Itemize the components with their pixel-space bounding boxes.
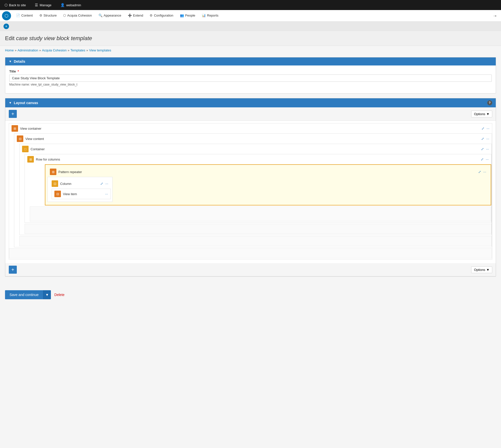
view-item-header: ⊟ View item ··· — [52, 189, 111, 199]
nav-content[interactable]: 📄 Content — [13, 10, 36, 21]
row-empty-area — [30, 206, 491, 221]
column-header: ⊡ Column ⤢ ··· — [49, 179, 111, 189]
pattern-repeater-more-icon[interactable]: ··· — [483, 170, 486, 174]
view-content-label: View content — [25, 137, 479, 141]
site-logo[interactable]: ⬡ — [2, 11, 11, 20]
canvas-bottom-toolbar: + Options ▼ — [5, 263, 496, 276]
extend-icon: ➕ — [128, 14, 132, 17]
back-icon: ⬡ — [5, 3, 8, 7]
people-icon: 👥 — [180, 14, 184, 17]
menu-icon: ☰ — [35, 3, 38, 7]
view-container-label: View container — [20, 127, 479, 130]
save-continue-button[interactable]: Save and continue — [5, 290, 43, 299]
canvas-add-bottom-button[interactable]: + — [9, 266, 17, 274]
view-item-icon: ⊟ — [54, 191, 61, 197]
nav-reports[interactable]: 📊 Reports — [199, 10, 222, 21]
canvas-help-icon[interactable]: ? — [487, 100, 492, 105]
canvas-options-button[interactable]: Options ▼ — [471, 111, 492, 117]
pattern-repeater-actions: ⤢ ··· — [478, 170, 486, 174]
view-content-header: ⊟ View content ⤢ ··· — [14, 134, 492, 144]
container-empty-area — [25, 224, 491, 234]
canvas-add-button[interactable]: + — [9, 110, 17, 118]
title-input[interactable] — [9, 74, 492, 82]
canvas-bottom-empty-area — [9, 248, 492, 258]
column-actions: ⤢ ··· — [100, 182, 108, 186]
canvas-options-bottom-button[interactable]: Options ▼ — [471, 266, 492, 273]
pattern-repeater-label: Pattern repeater — [58, 170, 476, 174]
save-continue-arrow-button[interactable]: ▼ — [43, 290, 51, 299]
column-more-icon[interactable]: ··· — [105, 182, 108, 186]
row-for-columns-label: Row for columns — [36, 158, 479, 161]
appearance-icon: 🔍 — [98, 14, 103, 17]
toolbar: + — [0, 22, 501, 31]
nav-appearance[interactable]: 🔍 Appearance — [95, 10, 124, 21]
user-icon: 👤 — [60, 3, 65, 7]
cohesion-icon: ⬡ — [63, 14, 66, 17]
view-item-label: View item — [63, 192, 103, 196]
breadcrumb: Home » Administration » Acquia Cohesion … — [0, 46, 501, 55]
pattern-repeater-header: ⊞ Pattern repeater ⤢ ··· — [47, 167, 489, 177]
layout-canvas-header[interactable]: ▼ Layout canvas ? — [5, 98, 496, 107]
title-form-group: Title * Machine name: view_tpl_case_stud… — [9, 69, 492, 86]
breadcrumb-acquia-cohesion[interactable]: Acquia Cohesion — [42, 48, 67, 52]
breadcrumb-view-templates[interactable]: View templates — [89, 48, 111, 52]
view-content-more-icon[interactable]: ··· — [486, 137, 489, 141]
row-expand-icon[interactable]: ⤢ — [481, 157, 484, 161]
container-wrap: □ Container ⤢ ··· — [19, 144, 492, 235]
back-to-site-button[interactable]: ⬡ Back to site — [3, 0, 28, 10]
save-button-group: Save and continue ▼ — [5, 290, 51, 299]
options-bottom-chevron-icon: ▼ — [486, 268, 489, 272]
container-more-icon[interactable]: ··· — [486, 147, 489, 151]
view-content-expand-icon[interactable]: ⤢ — [481, 137, 484, 141]
view-container-expand-icon[interactable]: ⤢ — [481, 126, 484, 130]
row-more-icon[interactable]: ··· — [486, 157, 489, 161]
page-header: Edit case study view block template — [0, 31, 501, 46]
breadcrumb-templates[interactable]: Templates — [70, 48, 85, 52]
admin-bar: ⬡ Back to site ☰ Manage 👤 webadmin — [0, 0, 501, 10]
structure-icon: ⚙ — [39, 14, 42, 17]
nav-structure[interactable]: ⚙ Structure — [36, 10, 60, 21]
details-header[interactable]: ▼ Details — [5, 57, 496, 65]
details-panel: ▼ Details Title * Machine name: view_tpl… — [5, 57, 496, 94]
required-marker: * — [18, 69, 19, 73]
main-content: ▼ Details Title * Machine name: view_tpl… — [0, 55, 501, 286]
details-toggle-icon: ▼ — [9, 60, 12, 63]
toolbar-add-button[interactable]: + — [4, 24, 9, 29]
column-expand-icon[interactable]: ⤢ — [100, 182, 103, 186]
column-container: ⊡ Column ⤢ ··· — [47, 177, 113, 202]
view-container-more-icon[interactable]: ··· — [486, 126, 489, 130]
breadcrumb-home[interactable]: Home — [5, 48, 14, 52]
bottom-actions: Save and continue ▼ Delete — [0, 286, 501, 303]
row-for-columns-icon: ⊞ — [27, 156, 34, 163]
nav-configuration[interactable]: ⚙ Configuration — [147, 10, 176, 21]
pattern-repeater-icon: ⊞ — [50, 169, 56, 175]
nav-people[interactable]: 👥 People — [177, 10, 198, 21]
nav-extend[interactable]: ➕ Extend — [125, 10, 146, 21]
container-header: □ Container ⤢ ··· — [20, 144, 491, 154]
view-content-actions: ⤢ ··· — [481, 137, 489, 141]
breadcrumb-administration[interactable]: Administration — [18, 48, 38, 52]
nav-acquia-cohesion[interactable]: ⬡ Acquia Cohesion — [60, 10, 95, 21]
delete-button[interactable]: Delete — [54, 293, 64, 297]
container-expand-icon[interactable]: ⤢ — [481, 147, 484, 151]
canvas-body: ⊞ View container ⤢ ··· ⊟ View content — [5, 121, 496, 263]
machine-name-hint: Machine name: view_tpl_case_study_view_b… — [9, 83, 492, 86]
column-icon: ⊡ — [52, 180, 58, 187]
row-for-columns-row: ⊞ Row for columns ⤢ ··· — [25, 154, 491, 223]
view-item-more-icon[interactable]: ··· — [105, 192, 108, 196]
view-content-icon: ⊟ — [17, 135, 23, 142]
manage-button[interactable]: ☰ Manage — [33, 0, 53, 10]
content-icon: 📄 — [16, 14, 20, 17]
details-body: Title * Machine name: view_tpl_case_stud… — [5, 65, 496, 93]
container-row: □ Container ⤢ ··· — [19, 144, 492, 235]
canvas-toggle-icon: ▼ — [9, 101, 12, 105]
reports-icon: 📊 — [202, 14, 206, 17]
nav-collapse-button[interactable]: ⇢ — [491, 14, 499, 18]
user-button[interactable]: 👤 webadmin — [58, 0, 83, 10]
pattern-repeater-expand-icon[interactable]: ⤢ — [478, 170, 481, 174]
canvas-top-toolbar: + Options ▼ — [5, 107, 496, 121]
row-for-columns-header: ⊞ Row for columns ⤢ ··· — [25, 154, 491, 164]
view-item-row: ⊟ View item ··· — [52, 189, 111, 199]
layout-canvas-panel: ▼ Layout canvas ? + Options ▼ ⊞ — [5, 98, 496, 277]
row-for-columns-wrap: ⊞ Row for columns ⤢ ··· — [25, 154, 491, 223]
